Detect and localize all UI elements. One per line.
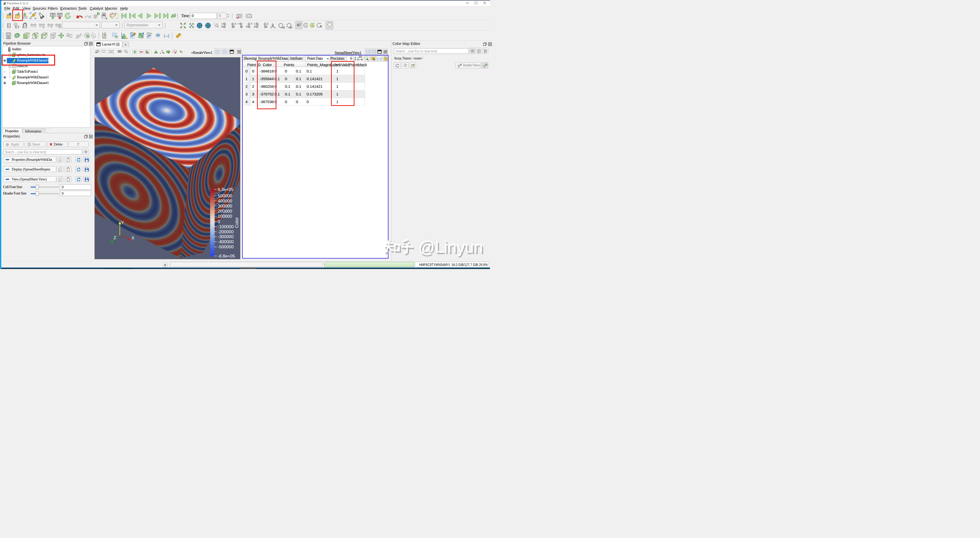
- svg-text:-6.8e+05: -6.8e+05: [218, 254, 235, 258]
- svg-text:Color: Color: [234, 217, 239, 228]
- svg-text:{: {: [377, 57, 378, 60]
- svg-text:Y: Y: [121, 220, 124, 225]
- svg-text:+90: +90: [280, 26, 285, 29]
- svg-text:X: X: [131, 236, 134, 240]
- svg-text:-90: -90: [288, 26, 292, 29]
- svg-text:t: t: [51, 25, 52, 28]
- svg-text:Z: Z: [114, 235, 116, 240]
- svg-text:6.3e+05: 6.3e+05: [218, 187, 234, 192]
- svg-text:500000: 500000: [218, 193, 232, 198]
- svg-text:0: 0: [218, 219, 220, 224]
- svg-text:@Linyun: @Linyun: [418, 237, 483, 256]
- svg-text:c: c: [43, 25, 45, 28]
- svg-text:-300000: -300000: [218, 234, 234, 239]
- svg-text:100000: 100000: [218, 214, 232, 219]
- svg-text:-400000: -400000: [218, 239, 234, 244]
- svg-text:-Y: -Y: [250, 22, 253, 25]
- svg-text:-Z: -Z: [266, 22, 269, 25]
- svg-text:-100000: -100000: [218, 224, 234, 229]
- svg-text:}: }: [380, 57, 381, 60]
- svg-text:400000: 400000: [218, 199, 232, 204]
- svg-text:+Z: +Z: [254, 22, 257, 25]
- svg-text:200000: 200000: [218, 209, 232, 213]
- svg-text:-500000: -500000: [218, 245, 234, 249]
- svg-text:+X: +X: [221, 22, 224, 25]
- svg-text:-200000: -200000: [218, 229, 234, 234]
- svg-text:{: {: [164, 33, 165, 38]
- svg-text:}: }: [168, 33, 169, 38]
- svg-text:-X: -X: [234, 22, 236, 25]
- svg-text:300000: 300000: [218, 204, 232, 209]
- svg-text:+Y: +Y: [237, 22, 241, 25]
